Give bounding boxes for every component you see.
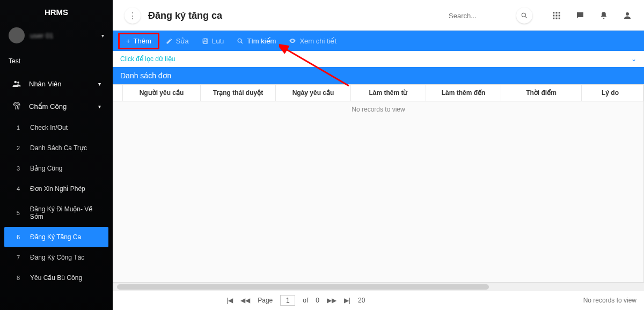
- edit-button[interactable]: Sửa: [159, 33, 195, 49]
- sidebar: HRMS user 01 ▾ Test Nhân Viên ▾ Chấm Côn…: [0, 0, 113, 310]
- page-label: Page: [258, 297, 273, 304]
- of-label: of: [303, 297, 308, 304]
- sidebar-item-tangca[interactable]: 6Đăng Ký Tăng Ca: [4, 227, 108, 247]
- svg-line-18: [241, 42, 243, 43]
- filter-toggle[interactable]: Click để lọc dữ liệu ⌄: [113, 51, 644, 67]
- top-icons: [552, 11, 632, 20]
- grid-col-from[interactable]: Làm thêm từ: [351, 85, 426, 101]
- svg-rect-11: [556, 18, 558, 19]
- sidebar-item-catruc[interactable]: 2Danh Sách Ca Trực: [0, 138, 113, 158]
- sidebar-item-checkinout[interactable]: 1Check In/Out: [0, 117, 113, 138]
- caret-down-icon: ▾: [101, 33, 104, 39]
- search-button[interactable]: [516, 8, 532, 24]
- app-brand: HRMS: [0, 0, 113, 22]
- caret-down-icon: ▾: [98, 81, 101, 87]
- caret-down-icon: ▾: [98, 104, 101, 109]
- people-icon: [12, 79, 21, 88]
- user-name: user 01: [30, 32, 96, 40]
- sidebar-item-bangcong[interactable]: 3Bảng Công: [0, 158, 113, 179]
- data-grid: Người yêu cầu Trạng thái duyệt Ngày yêu …: [113, 84, 644, 283]
- main-content: ⋮ Đăng ký tăng ca + Thêm: [113, 0, 644, 310]
- svg-rect-12: [559, 18, 560, 19]
- pencil-icon: [166, 38, 173, 45]
- svg-rect-4: [553, 12, 554, 13]
- sidebar-group-nhanvien[interactable]: Nhân Viên ▾: [0, 72, 113, 95]
- filter-label: Click để lọc dữ liệu: [120, 55, 175, 63]
- search-icon: [521, 12, 528, 19]
- person-icon[interactable]: [623, 11, 632, 20]
- action-toolbar: + Thêm Sửa Lưu Tìm kiếm Xem chi tiết: [113, 31, 644, 51]
- plus-icon: +: [126, 37, 130, 45]
- svg-point-0: [14, 81, 17, 84]
- sidebar-group-label: Nhân Viên: [29, 80, 61, 88]
- pager-status: No records to view: [583, 297, 636, 304]
- chat-icon[interactable]: [575, 11, 585, 20]
- sidebar-submenu: 1Check In/Out 2Danh Sách Ca Trực 3Bảng C…: [0, 117, 113, 288]
- svg-line-3: [525, 17, 527, 18]
- svg-point-1: [17, 82, 19, 84]
- total-pages: 0: [316, 297, 319, 304]
- search-box: [449, 8, 532, 24]
- next-page-icon[interactable]: ▶▶: [327, 297, 336, 304]
- page-input[interactable]: [280, 295, 295, 306]
- grid-col-to[interactable]: Làm thêm đến: [426, 85, 501, 101]
- eye-icon: [289, 37, 296, 45]
- svg-rect-5: [556, 12, 558, 13]
- bell-icon[interactable]: [599, 11, 609, 20]
- search-input[interactable]: [449, 12, 513, 20]
- grid-col-checkbox[interactable]: [113, 85, 123, 101]
- more-menu-button[interactable]: ⋮: [125, 8, 141, 24]
- sidebar-group-label: Chấm Công: [29, 102, 67, 110]
- svg-rect-9: [559, 15, 560, 17]
- grid-col-reason[interactable]: Lý do: [582, 85, 643, 101]
- grid-col-requester[interactable]: Người yêu cầu: [123, 85, 201, 101]
- svg-rect-6: [559, 12, 560, 13]
- svg-point-13: [626, 12, 629, 16]
- sidebar-item-dimuon[interactable]: 5Đăng Ký Đi Muộn- Về Sớm: [0, 199, 113, 227]
- save-button[interactable]: Lưu: [195, 33, 230, 49]
- pager: |◀ ◀◀ Page of 0 ▶▶ ▶| 20 No records to v…: [113, 290, 644, 310]
- user-menu[interactable]: user 01 ▾: [0, 22, 113, 53]
- search-action-button[interactable]: Tìm kiếm: [230, 33, 282, 49]
- page-size[interactable]: 20: [358, 297, 365, 304]
- sidebar-item-congtac[interactable]: 7Đăng Ký Công Tác: [0, 247, 113, 268]
- grid-header-row: Người yêu cầu Trạng thái duyệt Ngày yêu …: [113, 85, 643, 101]
- add-button[interactable]: + Thêm: [118, 33, 159, 49]
- page-title: Đăng ký tăng ca: [148, 10, 222, 21]
- search-icon: [237, 38, 244, 45]
- svg-rect-10: [553, 18, 554, 19]
- fingerprint-icon: [12, 101, 21, 111]
- grid-col-reqdate[interactable]: Ngày yêu cầu: [276, 85, 351, 101]
- grid-col-status[interactable]: Trạng thái duyệt: [201, 85, 276, 101]
- grid-empty-message: No records to view: [113, 101, 643, 282]
- avatar: [9, 27, 25, 43]
- topbar: ⋮ Đăng ký tăng ca: [113, 0, 644, 31]
- svg-rect-8: [556, 15, 558, 17]
- svg-rect-15: [204, 39, 206, 40]
- svg-point-2: [522, 13, 525, 17]
- save-icon: [202, 38, 209, 45]
- svg-rect-7: [553, 15, 554, 17]
- svg-point-17: [238, 39, 241, 42]
- last-page-icon[interactable]: ▶|: [344, 297, 350, 304]
- sidebar-group-chamcong[interactable]: Chấm Công ▾: [0, 95, 113, 117]
- detail-button[interactable]: Xem chi tiết: [282, 33, 343, 49]
- sidebar-item-nghiphep[interactable]: 4Đơn Xin Nghỉ Phép: [0, 179, 113, 199]
- grid-col-time[interactable]: Thời điểm: [501, 85, 582, 101]
- chevron-down-icon: ⌄: [631, 55, 636, 63]
- section-header: Danh sách đơn: [113, 67, 644, 84]
- sidebar-item-bucong[interactable]: 8Yêu Cầu Bù Công: [0, 268, 113, 288]
- first-page-icon[interactable]: |◀: [226, 297, 233, 304]
- apps-icon[interactable]: [552, 11, 561, 20]
- scrollbar-thumb[interactable]: [117, 284, 489, 290]
- horizontal-scrollbar[interactable]: [113, 283, 644, 290]
- svg-rect-16: [204, 41, 207, 43]
- prev-page-icon[interactable]: ◀◀: [240, 297, 250, 304]
- sidebar-section-label: Test: [0, 53, 113, 72]
